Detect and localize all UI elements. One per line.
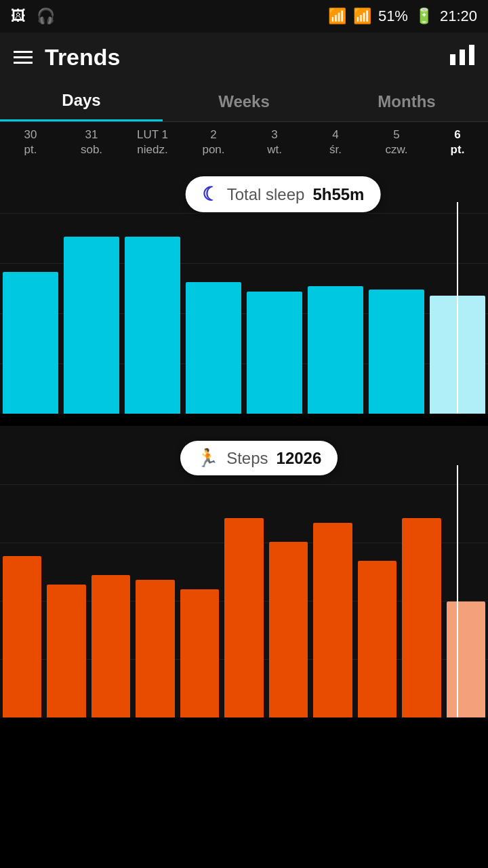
steps-bar-6[interactable]: [266, 480, 310, 717]
sleep-tooltip-line: [457, 202, 458, 414]
sleep-bar-6[interactable]: [366, 217, 427, 414]
status-left-icons: 🖼 🎧: [11, 7, 55, 25]
tab-weeks[interactable]: Weeks: [163, 81, 325, 121]
tab-months[interactable]: Months: [325, 81, 488, 121]
runner-icon: 🏃: [197, 448, 218, 469]
battery-icon: 🔋: [415, 7, 433, 25]
steps-bar-1[interactable]: [44, 480, 88, 717]
steps-chart-section: 🏃 Steps 12026: [0, 426, 488, 717]
steps-label: Steps: [226, 449, 268, 468]
page-title: Trends: [45, 44, 120, 71]
sleep-label: Total sleep: [227, 185, 305, 204]
sleep-bar-5[interactable]: [305, 217, 366, 414]
steps-bar-5[interactable]: [222, 480, 266, 717]
headphone-icon: 🎧: [37, 7, 55, 25]
sleep-bar-4[interactable]: [244, 217, 305, 414]
tab-bar: Days Weeks Months: [0, 81, 488, 122]
sleep-bar-1[interactable]: [61, 217, 122, 414]
image-icon: 🖼: [11, 7, 26, 25]
steps-bar-7[interactable]: [310, 480, 354, 717]
status-bar: 🖼 🎧 📶 📶 51% 🔋 21:20: [0, 0, 488, 33]
tab-days[interactable]: Days: [0, 81, 163, 121]
steps-bar-3[interactable]: [133, 480, 177, 717]
hamburger-menu[interactable]: [14, 51, 33, 64]
date-cell-6[interactable]: 5 czw.: [366, 127, 427, 157]
header-left: Trends: [14, 44, 120, 71]
steps-bar-2[interactable]: [89, 480, 133, 717]
steps-value: 12026: [277, 449, 322, 468]
header: Trends: [0, 33, 488, 81]
sleep-bar-chart: [0, 217, 488, 414]
signal-icon: 📶: [353, 7, 371, 25]
chart-icon[interactable]: [450, 45, 474, 70]
time: 21:20: [440, 7, 477, 25]
date-cell-3[interactable]: 2 pon.: [183, 127, 244, 157]
steps-bar-chart: [0, 480, 488, 717]
sleep-chart-section: ☾ Total sleep 5h55m: [0, 163, 488, 414]
wifi-icon: 📶: [328, 7, 346, 25]
sleep-bar-2[interactable]: [122, 217, 183, 414]
sleep-tooltip: ☾ Total sleep 5h55m: [186, 176, 381, 212]
moon-icon: ☾: [202, 183, 219, 205]
date-cell-1[interactable]: 31 sob.: [61, 127, 122, 157]
chart-separator: [0, 414, 488, 426]
sleep-bar-3[interactable]: [183, 217, 244, 414]
sleep-bar-0[interactable]: [0, 217, 61, 414]
steps-bar-0[interactable]: [0, 480, 44, 717]
sleep-value: 5h55m: [312, 185, 364, 204]
steps-bar-4[interactable]: [178, 480, 222, 717]
date-row: 30 pt. 31 sob. LUT 1 niedz. 2 pon. 3 wt.…: [0, 122, 488, 163]
date-cell-7[interactable]: 6 pt.: [427, 127, 488, 157]
steps-tooltip-line: [457, 465, 458, 717]
date-cell-4[interactable]: 3 wt.: [244, 127, 305, 157]
battery-percentage: 51%: [378, 7, 408, 25]
status-right-icons: 📶 📶 51% 🔋 21:20: [328, 7, 477, 25]
svg-rect-0: [450, 54, 455, 65]
date-cell-0[interactable]: 30 pt.: [0, 127, 61, 157]
date-cell-5[interactable]: 4 śr.: [305, 127, 366, 157]
steps-tooltip: 🏃 Steps 12026: [180, 441, 338, 475]
svg-rect-1: [460, 50, 465, 65]
steps-bar-8[interactable]: [355, 480, 399, 717]
steps-bar-9[interactable]: [399, 480, 443, 717]
steps-bar-10[interactable]: [444, 480, 488, 717]
svg-rect-2: [469, 45, 474, 65]
date-cell-2[interactable]: LUT 1 niedz.: [122, 127, 183, 157]
